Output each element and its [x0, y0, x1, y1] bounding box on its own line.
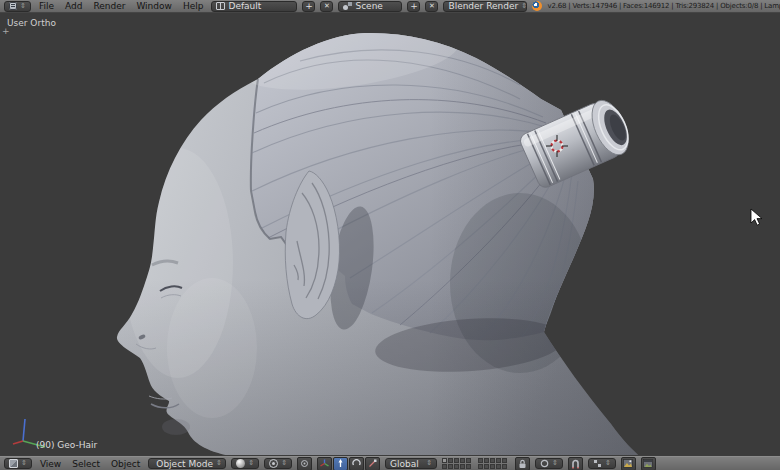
orientation-selector[interactable]: Global ⇕ — [385, 458, 437, 469]
render-image-icon — [623, 459, 633, 468]
layer-toggle[interactable] — [466, 464, 471, 469]
menu-select[interactable]: Select — [69, 459, 103, 469]
menu-view[interactable]: View — [37, 459, 64, 469]
opengl-render-animation-button[interactable] — [641, 457, 656, 470]
manipulator-toggles — [317, 457, 380, 470]
shading-sphere-icon — [236, 459, 245, 468]
layer-toggle[interactable] — [448, 464, 453, 469]
pivot-point-selector[interactable]: ⇕ — [264, 458, 292, 469]
shading-overlays — [0, 13, 780, 456]
info-header: ⇕ File Add Render Window Help Default + … — [0, 0, 780, 13]
blender-window: ⇕ File Add Render Window Help Default + … — [0, 0, 780, 470]
mode-selector[interactable]: Object Mode ⇕ — [148, 458, 226, 469]
render-engine-value: Blender Render — [448, 1, 518, 11]
scene-lock-toggle[interactable] — [515, 457, 530, 470]
view3d-header: ⇕ View Select Object Object Mode ⇕ ⇕ ⇕ — [0, 456, 780, 470]
view3d-editor-icon — [9, 459, 18, 468]
chevron-updown-icon: ⇕ — [552, 460, 558, 467]
mode-value: Object Mode — [156, 459, 213, 469]
chevron-updown-icon: ⇕ — [248, 460, 254, 467]
mouse-pointer-icon — [750, 208, 766, 228]
layer-toggle[interactable] — [496, 464, 501, 469]
render-animation-icon — [643, 459, 653, 468]
menu-add[interactable]: Add — [62, 1, 85, 11]
scene-statistics: v2.68 | Verts:147946 | Faces:146912 | Tr… — [547, 2, 780, 10]
layer-toggle[interactable] — [496, 458, 501, 463]
manipulator-rotate-toggle[interactable] — [349, 457, 364, 470]
rotate-arc-icon — [352, 459, 361, 468]
info-editor-icon — [9, 2, 17, 10]
menu-help[interactable]: Help — [180, 1, 207, 11]
layer-toggle[interactable] — [484, 458, 489, 463]
chevron-updown-icon: ⇕ — [426, 460, 432, 467]
chevron-updown-icon: ⇕ — [281, 460, 287, 467]
chevron-updown-icon: ⇕ — [605, 460, 611, 467]
scene-delete-button[interactable]: ✕ — [425, 1, 438, 12]
layer-toggle[interactable] — [490, 458, 495, 463]
screen-layout-delete-button[interactable]: ✕ — [320, 1, 333, 12]
viewport-3d[interactable]: User Ortho + (90) Geo-Hair — [0, 13, 780, 456]
render-engine-selector[interactable]: Blender Render ⇕ — [443, 1, 527, 12]
manipulator-axes-icon — [320, 459, 329, 468]
layer-toggle[interactable] — [502, 458, 507, 463]
pivot-align-toggle[interactable] — [297, 457, 312, 470]
layer-toggle[interactable] — [478, 464, 483, 469]
scene-icon — [343, 2, 352, 10]
layer-toggle[interactable] — [442, 458, 447, 463]
chevron-updown-icon: ⇕ — [216, 460, 222, 467]
manipulator-translate-toggle[interactable] — [333, 457, 348, 470]
translate-arrow-icon — [336, 459, 345, 468]
snap-element-selector[interactable]: ⇕ — [588, 458, 616, 469]
snap-toggle[interactable] — [568, 457, 583, 470]
active-object-label: (90) Geo-Hair — [36, 440, 97, 450]
view3d-editor-type-button[interactable]: ⇕ — [4, 458, 32, 469]
chevron-updown-icon: ⇕ — [521, 3, 527, 10]
pivot-icon — [269, 459, 278, 468]
lock-icon — [518, 459, 527, 469]
chevron-updown-icon: ⇕ — [20, 3, 26, 10]
layer-toggle[interactable] — [460, 464, 465, 469]
layer-toggle[interactable] — [466, 458, 471, 463]
layer-toggle[interactable] — [502, 464, 507, 469]
manipulator-axes-toggle[interactable] — [317, 457, 332, 470]
menu-window[interactable]: Window — [133, 1, 175, 11]
scene-selector[interactable]: Scene — [338, 1, 402, 12]
screen-layout-value: Default — [228, 1, 261, 11]
opengl-render-image-button[interactable] — [621, 457, 636, 470]
screen-layout-icon — [216, 2, 225, 10]
menu-render[interactable]: Render — [90, 1, 128, 11]
scene-value: Scene — [355, 1, 382, 11]
view-orientation-label: User Ortho — [7, 18, 56, 28]
layer-toggle[interactable] — [442, 464, 447, 469]
proportional-edit-icon — [540, 459, 549, 468]
snap-magnet-icon — [571, 459, 580, 469]
head-model-render — [0, 13, 780, 456]
screen-layout-add-button[interactable]: + — [302, 1, 315, 12]
snap-increment-icon — [593, 459, 602, 468]
layer-toggle[interactable] — [478, 458, 483, 463]
info-editor-type-button[interactable]: ⇕ — [4, 1, 31, 12]
scale-icon — [368, 459, 377, 468]
layer-toggle[interactable] — [454, 458, 459, 463]
menu-object[interactable]: Object — [108, 459, 143, 469]
toolshelf-expand-button[interactable]: + — [2, 26, 10, 36]
layer-toggle[interactable] — [454, 464, 459, 469]
layers-widget — [442, 458, 510, 469]
layer-toggle[interactable] — [460, 458, 465, 463]
pivot-align-icon — [300, 459, 309, 468]
screen-layout-selector[interactable]: Default — [211, 1, 297, 12]
scene-add-button[interactable]: + — [407, 1, 420, 12]
chevron-updown-icon: ⇕ — [21, 460, 27, 467]
orientation-value: Global — [390, 459, 419, 469]
layer-toggle[interactable] — [448, 458, 453, 463]
viewport-shading-selector[interactable]: ⇕ — [231, 458, 259, 469]
manipulator-scale-toggle[interactable] — [365, 457, 380, 470]
blender-logo-icon — [532, 1, 542, 11]
menu-file[interactable]: File — [36, 1, 57, 11]
proportional-edit-selector[interactable]: ⇕ — [535, 458, 563, 469]
layer-toggle[interactable] — [484, 464, 489, 469]
layer-toggle[interactable] — [490, 464, 495, 469]
